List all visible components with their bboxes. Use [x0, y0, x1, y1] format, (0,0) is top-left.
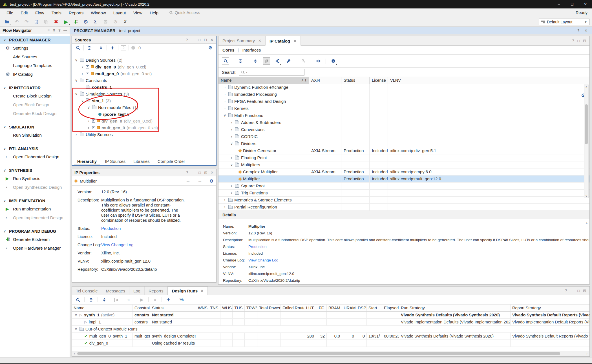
- nav-run-implementation[interactable]: ▶Run Implementation: [0, 205, 70, 213]
- tab-hierarchy[interactable]: Hierarchy: [74, 158, 100, 165]
- run-icon[interactable]: ▶: [139, 297, 145, 303]
- minimize-panel-icon[interactable]: —: [570, 288, 574, 293]
- column-axi4[interactable]: AXI4: [309, 77, 341, 84]
- scrollbar-thumb[interactable]: [77, 352, 560, 355]
- status-link[interactable]: Production: [101, 226, 187, 231]
- section-program-and-debug[interactable]: ∨PROGRAM AND DEBUG: [0, 228, 70, 235]
- section-simulation[interactable]: ∨SIMULATION: [0, 123, 70, 131]
- menu-flow[interactable]: Flow: [32, 10, 48, 15]
- close-tab-icon[interactable]: ✕: [200, 289, 204, 293]
- float-panel-icon[interactable]: ⊡: [204, 170, 207, 175]
- column[interactable]: Constraints: [133, 305, 150, 311]
- tree-item-mult-gen-0[interactable]: ›mult_gen_0(mult_gen_0.xci): [72, 70, 216, 77]
- missing-sources-icon[interactable]: ?: [121, 45, 126, 50]
- run-row-impl-1[interactable]: ▷impl_1 constrs_1 Not started Vivado Imp…: [72, 319, 589, 326]
- tree-row[interactable]: ›Kernels: [218, 105, 589, 112]
- tree-item-utility-sources[interactable]: ›Utility Sources: [72, 131, 216, 138]
- tree-row-complex-multiplier[interactable]: Complex MultiplierAXI4-StreamProductionI…: [218, 168, 589, 176]
- search-icon[interactable]: [222, 57, 229, 65]
- status-link[interactable]: Production: [248, 243, 267, 250]
- menu-reports[interactable]: Reports: [65, 10, 87, 15]
- column[interactable]: WNS: [196, 305, 208, 311]
- create-run-icon[interactable]: [165, 297, 171, 303]
- float-panel-icon[interactable]: ⊡: [583, 39, 586, 43]
- tab-ip-catalog[interactable]: IP Catalog✕: [265, 36, 301, 46]
- tree-row[interactable]: ›Adders & Subtracters: [218, 119, 589, 126]
- nav-language-templates[interactable]: Language Templates: [0, 61, 70, 70]
- vertical-scrollbar[interactable]: ∧ ∨: [584, 85, 589, 198]
- menu-edit[interactable]: Edit: [17, 10, 32, 15]
- tab-log[interactable]: Log: [129, 287, 145, 295]
- column[interactable]: Report Strategy: [511, 305, 589, 311]
- collapse-all-icon[interactable]: [88, 297, 94, 303]
- dock-icon[interactable]: ≡: [48, 28, 50, 32]
- group-by-hierarchy-icon[interactable]: [274, 57, 281, 65]
- menu-file[interactable]: File: [3, 10, 17, 15]
- search-icon[interactable]: [75, 297, 81, 303]
- layout-selector[interactable]: Default Layout ▼: [539, 19, 589, 25]
- nav-add-sources[interactable]: Add Sources: [0, 52, 70, 61]
- abort-icon[interactable]: ✗: [122, 19, 129, 25]
- run-row-div-gen-0[interactable]: ✔div_gen_0 Using cached IP results: [72, 340, 589, 347]
- scroll-up-icon[interactable]: ∧: [586, 221, 588, 225]
- tree-row[interactable]: ∨Multipliers: [218, 161, 589, 168]
- column[interactable]: DSP: [356, 305, 367, 311]
- help-icon[interactable]: ?: [186, 38, 188, 42]
- column[interactable]: BRAM: [327, 305, 342, 311]
- report-icon[interactable]: [33, 19, 40, 25]
- tree-row[interactable]: ›Square Root: [218, 183, 589, 190]
- copy-icon[interactable]: [43, 19, 50, 25]
- menu-help[interactable]: Help: [146, 10, 162, 15]
- column-status[interactable]: Status: [341, 77, 370, 84]
- nav-generate-block-design[interactable]: Generate Block Design: [0, 109, 70, 118]
- section-implementation[interactable]: ∨IMPLEMENTATION: [0, 197, 70, 205]
- column[interactable]: THS: [233, 305, 245, 311]
- tree-item-non-module-files[interactable]: ∨Non-module Files(1): [72, 104, 216, 111]
- tree-row[interactable]: ›Dynamic Function eXchange: [218, 84, 589, 91]
- column[interactable]: Start: [367, 305, 382, 311]
- quick-access-search[interactable]: Quick Access: [168, 10, 217, 16]
- column[interactable]: Name: [72, 305, 133, 311]
- cancel-run-icon[interactable]: ⊠: [102, 19, 109, 25]
- horizontal-scrollbar[interactable]: ‹ ›: [72, 351, 589, 356]
- view-change-log-link[interactable]: View Change Log: [101, 242, 187, 247]
- column[interactable]: Elapsed: [382, 305, 399, 311]
- tab-compile-order[interactable]: Compile Order: [154, 158, 188, 165]
- column[interactable]: Total Power: [257, 305, 281, 311]
- scroll-right-icon[interactable]: ›: [585, 352, 589, 355]
- tree-row[interactable]: ›Partial Reconfiguration: [218, 204, 589, 211]
- step-forward-icon[interactable]: »: [152, 297, 158, 303]
- settings-gear-icon[interactable]: ⚙: [82, 19, 89, 25]
- close-panel-icon[interactable]: ✕: [210, 38, 213, 42]
- tab-ip-sources[interactable]: IP Sources: [102, 158, 129, 165]
- section-ip-integrator[interactable]: ∨IP INTEGRATOR: [0, 84, 70, 92]
- nav-settings[interactable]: ⚙Settings: [0, 44, 70, 52]
- minimize-button[interactable]: –: [552, 0, 566, 8]
- tree-row[interactable]: ›Conversions: [218, 126, 589, 133]
- nav-run-synthesis[interactable]: ▶Run Synthesis: [0, 174, 70, 183]
- delete-icon[interactable]: ✖: [53, 19, 59, 25]
- tree-row-divider-generator[interactable]: Divider GeneratorAXI4-StreamProductionIn…: [218, 147, 589, 154]
- column-name[interactable]: Name∧ 1: [218, 77, 309, 84]
- tree-item-div-gen-0[interactable]: ›div_gen_0(div_gen_0.xci): [72, 63, 216, 70]
- maximize-button[interactable]: □: [566, 0, 579, 8]
- tree-item-sim-mult-gen-0[interactable]: ›mult_gen_0(mult_gen_0.xci): [72, 124, 216, 131]
- scroll-down-icon[interactable]: ∨: [585, 194, 587, 197]
- tree-row[interactable]: ›Trig Functions: [218, 190, 589, 197]
- help-icon[interactable]: ?: [58, 28, 61, 32]
- minimize-panel-icon[interactable]: —: [191, 38, 195, 42]
- sigma-reports-icon[interactable]: Σ: [92, 19, 99, 25]
- collapse-all-icon[interactable]: [86, 45, 92, 51]
- gear-icon[interactable]: ⚙: [207, 45, 213, 51]
- column[interactable]: TPWS: [245, 305, 257, 311]
- expand-collapse-icon[interactable]: ⇕: [52, 28, 56, 32]
- filter-ip-icon[interactable]: [263, 57, 270, 65]
- menu-view[interactable]: View: [130, 10, 146, 15]
- search-input[interactable]: [249, 70, 297, 74]
- nav-open-synthesized-design[interactable]: ›Open Synthesized Design: [0, 183, 70, 192]
- maximize-panel-icon[interactable]: □: [198, 38, 200, 42]
- tree-item-constrs-1[interactable]: constrs_1: [72, 84, 216, 90]
- generate-bitstream-icon[interactable]: [72, 19, 79, 25]
- run-row-mult-gen-0-synth-1[interactable]: ✔mult_gen_0_synth_1 mult_gen_0 synth_des…: [72, 333, 589, 340]
- ip-settings-icon[interactable]: [315, 57, 322, 65]
